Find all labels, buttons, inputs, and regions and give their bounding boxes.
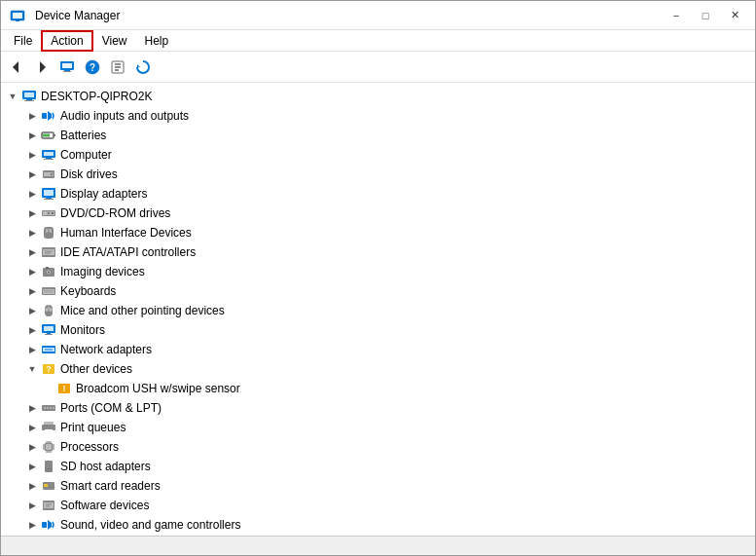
list-item[interactable]: ▶: [20, 437, 755, 457]
back-button[interactable]: [5, 56, 28, 79]
item-label: Human Interface Devices: [60, 226, 192, 240]
list-item[interactable]: ! Broadcom USH w/swipe sensor: [36, 379, 755, 398]
svg-rect-25: [44, 152, 54, 156]
list-item[interactable]: ▶ SD host adapters: [20, 457, 755, 476]
svg-rect-39: [44, 227, 54, 239]
refresh-button[interactable]: [131, 56, 155, 79]
svg-rect-8: [63, 71, 71, 72]
svg-rect-32: [44, 190, 54, 196]
svg-marker-3: [13, 61, 18, 73]
item-expand[interactable]: ▶: [24, 439, 40, 455]
sd-icon: [40, 459, 57, 474]
item-expand[interactable]: ▶: [24, 225, 40, 241]
content-area: ▼ DESKTOP-QIPRO2K ▶: [1, 83, 755, 536]
tree-panel[interactable]: ▼ DESKTOP-QIPRO2K ▶: [1, 83, 755, 536]
list-item[interactable]: ▶ Audio inputs and outputs: [20, 106, 755, 126]
item-expand[interactable]: ▶: [24, 420, 40, 435]
list-item[interactable]: ▶ Sound, video and game controllers: [20, 515, 755, 535]
item-label: Print queues: [60, 421, 126, 434]
disk-icon: [40, 167, 57, 182]
menu-view[interactable]: View: [93, 31, 136, 51]
proc-icon: [40, 439, 57, 455]
list-item[interactable]: ▶ Human Interface Devices: [20, 223, 755, 242]
close-button[interactable]: ✕: [722, 6, 747, 25]
item-label: SD host adapters: [60, 460, 151, 473]
list-item[interactable]: ▼ ? Other devices: [20, 359, 755, 379]
toolbar: ?: [1, 52, 755, 83]
list-item[interactable]: ▶ Display adapters: [20, 184, 755, 204]
item-expand[interactable]: ▶: [24, 303, 40, 318]
properties-button[interactable]: [106, 56, 129, 79]
list-item[interactable]: ▶ DVD/CD-ROM drives: [20, 204, 755, 223]
list-item[interactable]: ▶ Software devices: [20, 496, 755, 515]
item-expand[interactable]: ▶: [24, 128, 40, 143]
item-expand[interactable]: ▶: [24, 283, 40, 299]
mouse-icon: [40, 303, 57, 318]
item-expand[interactable]: ▶: [24, 244, 40, 260]
forward-button[interactable]: [30, 56, 54, 79]
maximize-button[interactable]: □: [693, 6, 718, 25]
svg-rect-22: [43, 134, 50, 137]
svg-point-74: [53, 407, 54, 409]
network-icon: [40, 342, 57, 357]
item-expand[interactable]: ▶: [24, 147, 40, 163]
item-expand[interactable]: ▶: [24, 498, 40, 513]
svg-rect-19: [24, 100, 34, 101]
item-expand[interactable]: ▶: [24, 108, 40, 124]
item-label: Batteries: [60, 129, 106, 142]
audio-icon: [40, 108, 57, 124]
menu-file[interactable]: File: [5, 31, 41, 51]
item-expand[interactable]: ▶: [24, 167, 40, 182]
title-text: Device Manager: [35, 9, 120, 22]
item-label: Processors: [60, 440, 119, 454]
list-item[interactable]: ▶ Mice and other pointing devices: [20, 301, 755, 320]
list-item[interactable]: ▶ Network adapters: [20, 340, 755, 359]
item-label: Network adapters: [60, 343, 152, 356]
root-expand[interactable]: ▼: [5, 89, 20, 104]
list-item[interactable]: ▶ Print queues: [20, 418, 755, 437]
svg-point-71: [44, 407, 46, 409]
item-expand[interactable]: ▼: [24, 361, 40, 377]
item-label: Imaging devices: [60, 265, 145, 278]
svg-rect-38: [52, 212, 54, 214]
item-expand[interactable]: ▶: [24, 264, 40, 279]
device-manager-window: Device Manager − □ ✕ File Action View He…: [0, 0, 756, 556]
computer-button[interactable]: [55, 56, 79, 79]
item-label: Keyboards: [60, 284, 116, 298]
item-expand[interactable]: ▶: [24, 459, 40, 474]
computer-icon: [40, 147, 57, 163]
item-expand[interactable]: ▶: [24, 186, 40, 202]
list-item[interactable]: ▶ IDE ATA/ATAPI controllers: [20, 242, 755, 262]
list-item[interactable]: ▶ Disk drives: [20, 165, 755, 184]
monitor-icon: [40, 322, 57, 338]
item-expand[interactable]: ▶: [24, 478, 40, 494]
tree-root[interactable]: ▼ DESKTOP-QIPRO2K: [1, 87, 755, 106]
list-item[interactable]: ▶ Batteries: [20, 126, 755, 145]
item-expand[interactable]: ▶: [24, 517, 40, 533]
list-item[interactable]: ▶ Smart card readers: [20, 476, 755, 496]
item-expand[interactable]: ▶: [24, 400, 40, 416]
item-expand[interactable]: ▶: [24, 342, 40, 357]
list-item[interactable]: ▶ Computer: [20, 145, 755, 165]
svg-rect-60: [44, 326, 54, 331]
help-button[interactable]: ?: [81, 56, 104, 79]
svg-rect-50: [46, 267, 49, 269]
minimize-button[interactable]: −: [664, 6, 689, 25]
list-item[interactable]: ▶ Monitors: [20, 320, 755, 340]
dvd-icon: [40, 205, 57, 221]
menu-action[interactable]: Action: [41, 30, 92, 52]
item-label: Computer: [60, 148, 112, 162]
item-expand[interactable]: ▶: [24, 322, 40, 338]
svg-rect-100: [44, 502, 54, 508]
item-label: Other devices: [60, 362, 132, 376]
svg-rect-77: [45, 429, 53, 433]
sound-icon: [40, 517, 57, 533]
menu-bar: File Action View Help: [1, 30, 755, 52]
menu-help[interactable]: Help: [136, 31, 178, 51]
list-item[interactable]: ▶ Ports (COM & LPT): [20, 398, 755, 418]
display-icon: [40, 186, 57, 202]
list-item[interactable]: ▶ Imaging devices: [20, 262, 755, 281]
title-bar: Device Manager − □ ✕: [1, 1, 755, 30]
list-item[interactable]: ▶ Keyboards: [20, 281, 755, 301]
item-expand[interactable]: ▶: [24, 205, 40, 221]
